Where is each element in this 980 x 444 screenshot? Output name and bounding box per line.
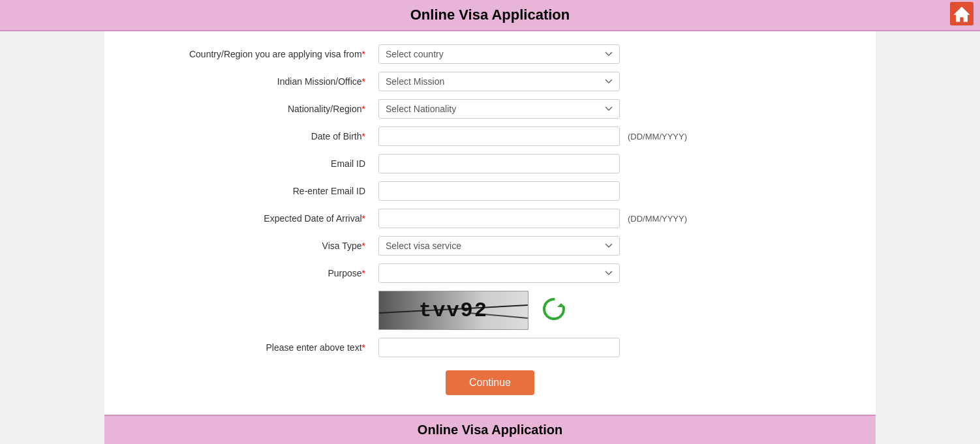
continue-button[interactable]: Continue [446,370,534,395]
home-icon-wrap[interactable] [950,2,973,28]
home-icon[interactable] [950,2,973,25]
email-row: Email ID [130,154,850,173]
arrival-input[interactable] [378,209,620,228]
purpose-row: Purpose* [130,263,850,283]
refresh-icon [542,297,566,321]
email-label: Email ID [130,158,378,169]
country-row: Country/Region you are applying visa fro… [130,44,850,64]
captcha-text: tvv92 [419,299,488,323]
dob-row: Date of Birth* (DD/MM/YYYY) [130,126,850,146]
main-content: Country/Region you are applying visa fro… [104,31,876,415]
reemail-input[interactable] [378,181,620,201]
visatype-label: Visa Type* [130,241,378,251]
refresh-captcha-button[interactable] [542,297,566,324]
dob-label: Date of Birth* [130,131,378,141]
reemail-row: Re-enter Email ID [130,181,850,201]
country-select[interactable]: Select country [378,44,620,64]
captcha-image: tvv92 [378,291,528,330]
nationality-select[interactable]: Select Nationality [378,99,620,119]
nationality-row: Nationality/Region* Select Nationality [130,99,850,119]
svg-point-2 [544,299,564,319]
header-bar: Online Visa Application [0,0,980,31]
email-input[interactable] [378,154,620,173]
purpose-select[interactable] [378,263,620,283]
captcha-row: tvv92 [378,291,850,330]
nationality-label: Nationality/Region* [130,104,378,114]
footer-bar: Online Visa Application [104,415,876,444]
captcha-input-label: Please enter above text* [130,342,378,353]
mission-row: Indian Mission/Office* Select Mission [130,72,850,91]
captcha-input-row: Please enter above text* [130,338,850,357]
footer-title: Online Visa Application [104,422,876,437]
country-label: Country/Region you are applying visa fro… [130,49,378,59]
visatype-select[interactable]: Select visa service [378,236,620,256]
dob-input[interactable] [378,126,620,146]
captcha-input[interactable] [378,338,620,357]
purpose-label: Purpose* [130,268,378,278]
svg-marker-3 [557,303,565,307]
dob-hint: (DD/MM/YYYY) [628,132,687,141]
mission-select[interactable]: Select Mission [378,72,620,91]
arrival-row: Expected Date of Arrival* (DD/MM/YYYY) [130,209,850,228]
arrival-label: Expected Date of Arrival* [130,213,378,224]
header-title: Online Visa Application [0,7,980,23]
mission-label: Indian Mission/Office* [130,76,378,87]
reemail-label: Re-enter Email ID [130,186,378,196]
visatype-row: Visa Type* Select visa service [130,236,850,256]
continue-row: Continue [130,370,850,395]
arrival-hint: (DD/MM/YYYY) [628,214,687,224]
